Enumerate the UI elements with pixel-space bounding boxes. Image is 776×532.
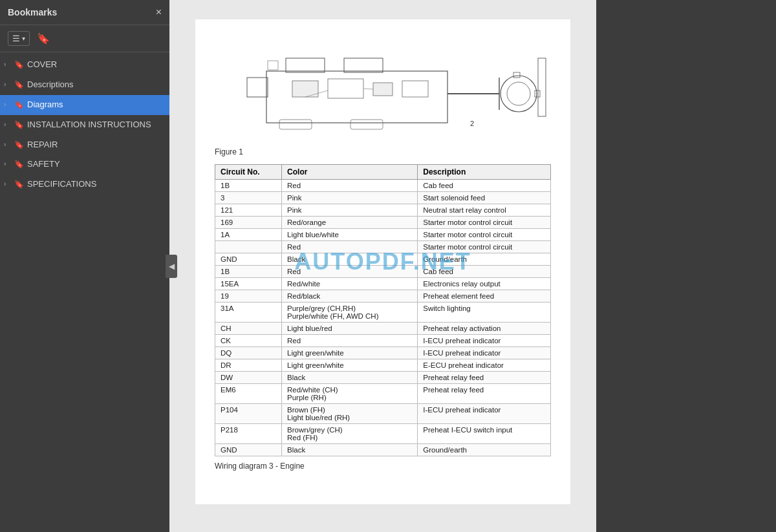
table-row: DRLight green/whiteE-ECU preheat indicat… [215, 359, 551, 372]
figure-area: 2 [215, 32, 551, 142]
svg-point-7 [507, 82, 530, 105]
table-cell: Ground/earth [418, 253, 551, 266]
table-cell: Red [282, 241, 418, 253]
table-cell: E-ECU preheat indicator [418, 359, 551, 372]
table-cell: Starter motor control circuit [418, 241, 551, 253]
table-cell: 15EA [215, 278, 282, 290]
table-cell: Brown/grey (CH)Red (FH) [282, 424, 418, 444]
table-cell: Red/orange [282, 217, 418, 229]
table-cell: EM6 [215, 384, 282, 404]
table-cell: GND [215, 253, 282, 266]
collapse-panel-button[interactable]: ◀ [166, 255, 177, 278]
svg-rect-2 [344, 58, 383, 72]
table-cell: DQ [215, 347, 282, 359]
table-cell: 19 [215, 290, 282, 303]
table-cell: Starter motor control circuit [418, 217, 551, 229]
expand-icon: › [4, 160, 12, 167]
col-header-circuit: Circuit No. [215, 165, 282, 180]
table-row: 169Red/orangeStarter motor control circu… [215, 217, 551, 229]
bookmark-label: Descriptions [27, 80, 164, 90]
table-cell: CK [215, 335, 282, 347]
table-cell: Preheat relay feed [418, 384, 551, 404]
table-cell: Light blue/red [282, 323, 418, 335]
table-cell: Purple/grey (CH,RH)Purple/white (FH, AWD… [282, 303, 418, 323]
svg-rect-12 [373, 83, 393, 96]
table-cell: P104 [215, 404, 282, 424]
table-cell: Starter motor control circuit [418, 229, 551, 241]
col-header-description: Description [418, 165, 551, 180]
sidebar: Bookmarks × ☰ ▾ 🔖 ›🔖COVER›🔖Descriptions›… [0, 0, 169, 532]
table-cell: Electronics relay output [418, 278, 551, 290]
list-view-button[interactable]: ☰ ▾ [8, 31, 30, 46]
bookmark-label: INSTALLATION INSTRUCTIONS [27, 120, 164, 131]
table-row: EM6Red/white (CH)Purple (RH)Preheat rela… [215, 384, 551, 404]
col-header-color: Color [282, 165, 418, 180]
table-row: DWBlackPreheat relay feed [215, 372, 551, 384]
table-row: 1BRedCab feed [215, 180, 551, 192]
svg-rect-20 [268, 61, 278, 70]
svg-rect-8 [535, 90, 540, 97]
table-cell: Black [282, 444, 418, 456]
expand-icon: › [4, 81, 12, 88]
table-cell: Preheat I-ECU switch input [418, 424, 551, 444]
svg-rect-11 [328, 79, 363, 98]
table-cell: CH [215, 323, 282, 335]
svg-rect-14 [279, 120, 312, 129]
table-cell: Cab feed [418, 266, 551, 278]
bookmark-icon: 🔖 [14, 180, 25, 189]
sidebar-title: Bookmarks [8, 7, 57, 17]
table-row: P218Brown/grey (CH)Red (FH)Preheat I-ECU… [215, 424, 551, 444]
table-cell: Preheat relay feed [418, 372, 551, 384]
table-cell: 1A [215, 229, 282, 241]
svg-rect-1 [286, 58, 325, 72]
page-document: 2 Figure 1 AUTOPDF.NET Circuit No. Color… [195, 19, 570, 504]
table-row: 3PinkStart solenoid feed [215, 192, 551, 204]
table-cell: Preheat relay activation [418, 323, 551, 335]
table-row: DQLight green/whiteI-ECU preheat indicat… [215, 347, 551, 359]
table-cell: 3 [215, 192, 282, 204]
table-row: 121PinkNeutral start relay control [215, 204, 551, 217]
wiring-table: Circuit No. Color Description 1BRedCab f… [215, 164, 551, 456]
sidebar-item-cover[interactable]: ›🔖COVER [0, 55, 169, 75]
svg-rect-15 [350, 120, 383, 129]
table-cell: DW [215, 372, 282, 384]
close-button[interactable]: × [156, 6, 162, 18]
table-cell: Red [282, 335, 418, 347]
svg-rect-9 [513, 72, 520, 78]
table-cell [215, 241, 282, 253]
dropdown-arrow-icon: ▾ [22, 35, 25, 42]
svg-rect-13 [402, 81, 428, 97]
bookmark-icon: 🔖 [14, 140, 25, 149]
table-cell: DR [215, 359, 282, 372]
sidebar-item-specifications[interactable]: ›🔖SPECIFICATIONS [0, 175, 169, 195]
table-row: CKRedI-ECU preheat indicator [215, 335, 551, 347]
bookmark-icon: 🔖 [14, 100, 25, 109]
bookmark-add-button[interactable]: 🔖 [35, 30, 52, 47]
table-cell: 1B [215, 266, 282, 278]
sidebar-item-diagrams[interactable]: ›🔖Diagrams [0, 95, 169, 115]
table-cell: Start solenoid feed [418, 192, 551, 204]
sidebar-item-safety[interactable]: ›🔖SAFETY [0, 154, 169, 175]
table-row: 1BRedCab feed [215, 266, 551, 278]
sidebar-toolbar: ☰ ▾ 🔖 [0, 25, 169, 52]
svg-point-6 [501, 76, 537, 112]
sidebar-item-descriptions[interactable]: ›🔖Descriptions [0, 75, 169, 95]
expand-icon: › [4, 141, 12, 148]
list-icon: ☰ [12, 34, 20, 43]
bookmark-label: SAFETY [27, 159, 164, 170]
expand-icon: › [4, 101, 12, 108]
figure-label: Figure 1 [215, 147, 551, 156]
table-row: P104Brown (FH)Light blue/red (RH)I-ECU p… [215, 404, 551, 424]
table-cell: Switch lighting [418, 303, 551, 323]
sidebar-item-repair[interactable]: ›🔖REPAIR [0, 135, 169, 155]
sidebar-item-installation[interactable]: ›🔖INSTALLATION INSTRUCTIONS [0, 115, 169, 135]
table-cell: I-ECU preheat indicator [418, 347, 551, 359]
table-cell: GND [215, 444, 282, 456]
bookmark-label: COVER [27, 59, 164, 70]
table-row: 19Red/blackPreheat element feed [215, 290, 551, 303]
bookmark-icon: 🔖 [37, 33, 50, 44]
table-row: GNDBlackGround/earth [215, 444, 551, 456]
table-cell: Red [282, 180, 418, 192]
expand-icon: › [4, 121, 12, 128]
table-cell: Light blue/white [282, 229, 418, 241]
